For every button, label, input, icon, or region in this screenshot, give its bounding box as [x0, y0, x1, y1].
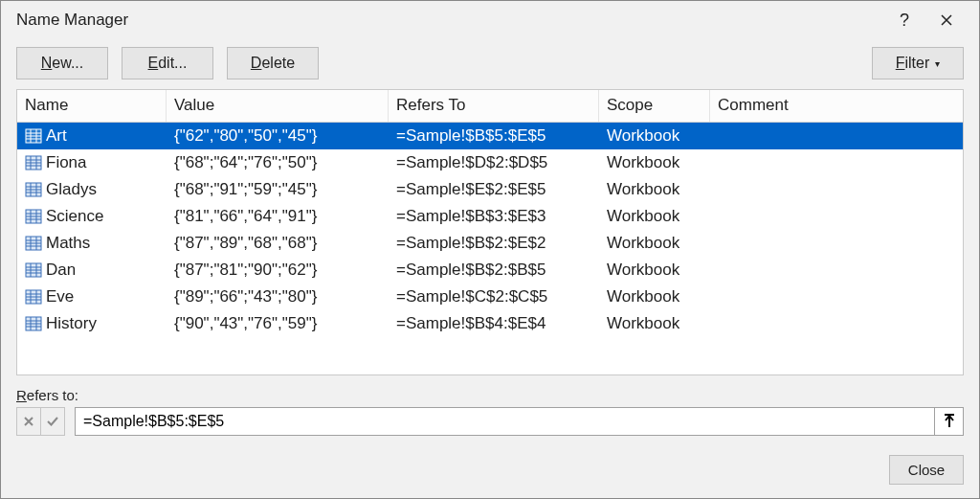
row-comment: [710, 161, 963, 165]
refers-to-input[interactable]: [75, 407, 935, 436]
row-comment: [710, 215, 963, 218]
named-range-icon: [25, 236, 42, 251]
edit-button[interactable]: Edit...: [122, 47, 213, 79]
help-icon: ?: [900, 11, 909, 31]
row-value: {"87";"81";"90";"62"}: [167, 259, 389, 282]
row-value: {"68";"64";"76";"50"}: [167, 151, 389, 174]
table-row[interactable]: Maths {"87","89","68","68"} =Sample!$B$2…: [17, 230, 963, 257]
row-comment: [710, 241, 963, 245]
close-button[interactable]: Close: [889, 455, 964, 485]
name-manager-dialog: Name Manager ? New... Edit... Delete Fil…: [0, 0, 980, 499]
row-scope: Workbook: [599, 125, 710, 147]
chevron-down-icon: ▾: [935, 58, 940, 69]
dialog-footer: Close: [1, 445, 979, 498]
row-refersto: =Sample!$B$5:$E$5: [389, 125, 599, 147]
named-range-icon: [25, 262, 42, 278]
list-body[interactable]: Art {"62","80","50","45"} =Sample!$B$5:$…: [17, 123, 963, 374]
window-close-button[interactable]: [925, 1, 968, 39]
names-list-panel: Name Value Refers To Scope Comment Art {…: [16, 89, 964, 375]
row-scope: Workbook: [599, 285, 710, 308]
named-range-icon: [25, 182, 42, 197]
table-row[interactable]: Fiona {"68";"64";"76";"50"} =Sample!$D$2…: [17, 149, 963, 176]
row-comment: [710, 295, 963, 299]
header-comment[interactable]: Comment: [710, 90, 963, 122]
toolbar: New... Edit... Delete Filter▾: [1, 39, 979, 89]
row-scope: Workbook: [599, 205, 710, 228]
row-refersto: =Sample!$B$2:$B$5: [389, 259, 599, 282]
row-value: {"81","66","64","91"}: [167, 205, 389, 228]
row-name: Eve: [46, 287, 74, 306]
header-name[interactable]: Name: [17, 90, 167, 122]
check-icon: [46, 416, 59, 427]
row-comment: [710, 188, 963, 192]
collapse-icon: [943, 414, 956, 429]
filter-button[interactable]: Filter▾: [872, 47, 964, 79]
row-name: Maths: [46, 234, 90, 253]
row-refersto: =Sample!$B$3:$E$3: [389, 205, 599, 228]
row-value: {"90","43","76","59"}: [167, 312, 389, 335]
row-name: Dan: [46, 261, 76, 280]
header-scope[interactable]: Scope: [599, 90, 710, 122]
dialog-title: Name Manager: [16, 11, 128, 30]
cancel-edit-button[interactable]: [16, 407, 41, 436]
delete-button[interactable]: Delete: [227, 47, 319, 79]
row-name: Fiona: [46, 153, 87, 172]
table-row[interactable]: Art {"62","80","50","45"} =Sample!$B$5:$…: [17, 123, 963, 149]
row-scope: Workbook: [599, 312, 710, 335]
refers-to-label: Refers to:: [16, 387, 964, 403]
row-value: {"87","89","68","68"}: [167, 232, 389, 255]
row-comment: [710, 322, 963, 326]
row-scope: Workbook: [599, 178, 710, 201]
table-row[interactable]: Science {"81","66","64","91"} =Sample!$B…: [17, 203, 963, 230]
help-button[interactable]: ?: [883, 1, 925, 39]
list-header: Name Value Refers To Scope Comment: [17, 90, 963, 123]
row-name: Art: [46, 126, 67, 146]
row-scope: Workbook: [599, 232, 710, 255]
named-range-icon: [25, 316, 42, 331]
row-comment: [710, 268, 963, 272]
x-icon: [23, 416, 34, 427]
table-row[interactable]: History {"90","43","76","59"} =Sample!$B…: [17, 310, 963, 337]
row-name: Gladys: [46, 180, 97, 199]
row-name: History: [46, 314, 97, 333]
row-refersto: =Sample!$E$2:$E$5: [389, 178, 599, 201]
row-refersto: =Sample!$B$4:$E$4: [389, 312, 599, 335]
titlebar: Name Manager ?: [1, 1, 979, 39]
named-range-icon: [25, 289, 42, 305]
row-refersto: =Sample!$C$2:$C$5: [389, 285, 599, 308]
row-refersto: =Sample!$D$2:$D$5: [389, 151, 599, 174]
row-value: {"62","80","50","45"}: [167, 125, 389, 147]
named-range-icon: [25, 128, 42, 144]
close-icon: [941, 14, 952, 26]
row-comment: [710, 134, 963, 138]
confirm-edit-button[interactable]: [40, 407, 65, 436]
header-value[interactable]: Value: [167, 90, 389, 122]
row-name: Science: [46, 207, 103, 226]
row-value: {"68";"91";"59";"45"}: [167, 178, 389, 201]
collapse-dialog-button[interactable]: [935, 407, 964, 436]
row-scope: Workbook: [599, 259, 710, 282]
table-row[interactable]: Dan {"87";"81";"90";"62"} =Sample!$B$2:$…: [17, 257, 963, 284]
table-row[interactable]: Gladys {"68";"91";"59";"45"} =Sample!$E$…: [17, 176, 963, 203]
row-refersto: =Sample!$B$2:$E$2: [389, 232, 599, 255]
table-row[interactable]: Eve {"89";"66";"43";"80"} =Sample!$C$2:$…: [17, 284, 963, 310]
new-button[interactable]: New...: [16, 47, 108, 79]
row-scope: Workbook: [599, 151, 710, 174]
row-value: {"89";"66";"43";"80"}: [167, 285, 389, 308]
named-range-icon: [25, 155, 42, 170]
refers-to-section: Refers to:: [16, 387, 964, 436]
header-refers[interactable]: Refers To: [389, 90, 599, 122]
named-range-icon: [25, 209, 42, 224]
